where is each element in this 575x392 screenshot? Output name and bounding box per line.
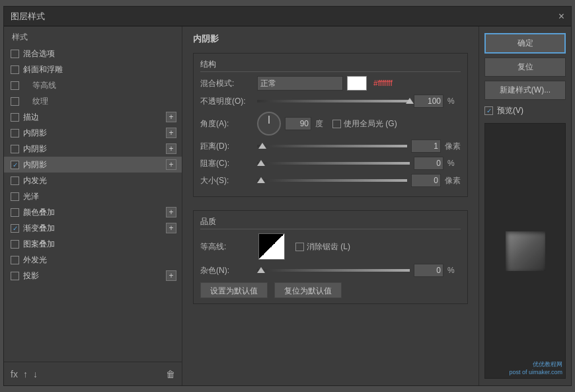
confirm-button[interactable]: 确定 — [484, 33, 566, 54]
anti-alias-label[interactable]: 消除锯齿 (L) — [295, 241, 350, 253]
structure-title: 结构 — [200, 59, 461, 72]
add-stroke-button[interactable]: + — [166, 112, 176, 122]
opacity-input[interactable] — [414, 95, 443, 108]
choke-label: 阻塞(C): — [200, 158, 253, 169]
checkbox-texture[interactable] — [11, 97, 19, 106]
left-panel: 样式 混合选项 斜面和浮雕 等高线 — [4, 26, 182, 385]
delete-icon[interactable]: 🗑 — [166, 369, 175, 379]
size-input[interactable] — [411, 174, 441, 187]
distance-slider-track[interactable] — [257, 145, 407, 147]
label-inner-shadow2: 内阴影 — [23, 143, 166, 155]
panel-header: 样式 — [4, 26, 182, 46]
checkbox-stroke[interactable] — [11, 113, 19, 122]
noise-unit: % — [447, 266, 461, 275]
center-panel: 内阴影 结构 混合模式: 正常 溶解 正片叠底 #fffffff — [182, 26, 479, 385]
checkbox-pattern-overlay[interactable] — [11, 240, 19, 249]
label-inner-glow: 内发光 — [23, 175, 176, 186]
add-drop-shadow-button[interactable]: + — [166, 270, 176, 281]
add-gradient-overlay-button[interactable]: + — [166, 223, 176, 233]
checkbox-contour[interactable] — [11, 81, 19, 90]
dialog-body: 样式 混合选项 斜面和浮雕 等高线 — [4, 26, 571, 385]
sidebar-item-inner-glow[interactable]: 内发光 — [4, 173, 182, 188]
checkbox-satin[interactable] — [11, 192, 19, 201]
label-pattern-overlay: 图案叠加 — [23, 239, 176, 250]
blend-mode-label: 混合模式: — [200, 78, 253, 89]
opacity-slider-track[interactable] — [257, 100, 410, 102]
sidebar-item-gradient-overlay[interactable]: 渐变叠加 + — [4, 220, 182, 236]
new-style-button[interactable]: 新建样式(W)... — [484, 81, 566, 100]
label-stroke: 描边 — [23, 112, 166, 123]
noise-input[interactable] — [414, 264, 443, 277]
label-bevel: 斜面和浮雕 — [23, 64, 176, 75]
sidebar-item-outer-glow[interactable]: 外发光 — [4, 252, 182, 268]
anti-alias-checkbox[interactable] — [295, 243, 304, 251]
contour-thumbnail[interactable] — [258, 233, 285, 260]
default-buttons: 设置为默认值 复位为默认值 — [200, 282, 461, 298]
move-up-icon[interactable]: ↑ — [23, 369, 28, 379]
choke-slider-track[interactable] — [257, 162, 410, 165]
move-down-icon[interactable]: ↓ — [33, 369, 38, 379]
close-button[interactable]: × — [558, 11, 564, 22]
distance-row: 距离(D): 像素 — [200, 139, 461, 153]
color-hex-label: #fffffff — [373, 79, 393, 88]
set-default-button[interactable]: 设置为默认值 — [200, 282, 268, 298]
fx-icon[interactable]: fx — [11, 369, 18, 379]
checkbox-drop-shadow[interactable] — [11, 272, 19, 280]
angle-dial[interactable] — [257, 112, 281, 136]
checkbox-bevel[interactable] — [11, 65, 19, 74]
noise-slider-thumb[interactable] — [257, 267, 265, 273]
checkbox-blending[interactable] — [11, 50, 19, 58]
blend-mode-row: 混合模式: 正常 溶解 正片叠底 #fffffff — [200, 76, 461, 91]
checkbox-gradient-overlay[interactable] — [11, 224, 19, 233]
add-color-overlay-button[interactable]: + — [166, 207, 176, 217]
sidebar-item-satin[interactable]: 光泽 — [4, 188, 182, 204]
add-inner-shadow2-button[interactable]: + — [166, 143, 176, 154]
global-light-checkbox[interactable] — [332, 120, 341, 128]
add-inner-shadow3-button[interactable]: + — [166, 159, 176, 170]
contour-label: 等高线: — [200, 241, 253, 253]
checkbox-inner-shadow1[interactable] — [11, 129, 19, 137]
sidebar-item-texture[interactable]: 纹理 — [4, 93, 182, 109]
label-gradient-overlay: 渐变叠加 — [23, 223, 166, 234]
sidebar-item-contour[interactable]: 等高线 — [4, 77, 182, 93]
sidebar-item-stroke[interactable]: 描边 + — [4, 109, 182, 125]
checkbox-color-overlay[interactable] — [11, 208, 19, 217]
checkbox-outer-glow[interactable] — [11, 256, 19, 264]
color-swatch[interactable] — [347, 76, 367, 91]
checkbox-inner-glow[interactable] — [11, 176, 19, 185]
opacity-slider-thumb[interactable] — [406, 98, 414, 104]
sidebar-item-drop-shadow[interactable]: 投影 + — [4, 268, 182, 284]
checkbox-inner-shadow3[interactable] — [11, 161, 19, 169]
size-row: 大小(S): 像素 — [200, 174, 461, 187]
choke-slider-thumb[interactable] — [257, 160, 265, 166]
noise-row: 杂色(N): % — [200, 264, 461, 277]
distance-slider-thumb[interactable] — [258, 143, 266, 149]
preview-checkbox[interactable] — [484, 106, 493, 115]
global-light-label[interactable]: 使用全局光 (G) — [332, 118, 397, 130]
size-label: 大小(S): — [200, 175, 253, 186]
choke-input[interactable] — [414, 157, 443, 170]
angle-input[interactable] — [285, 117, 311, 130]
reset-button[interactable]: 复位 — [484, 58, 566, 77]
blend-mode-select[interactable]: 正常 溶解 正片叠底 — [257, 76, 343, 91]
sidebar-item-blending[interactable]: 混合选项 — [4, 46, 182, 61]
sidebar-item-pattern-overlay[interactable]: 图案叠加 — [4, 236, 182, 252]
checkbox-inner-shadow2[interactable] — [11, 145, 19, 153]
size-slider-thumb[interactable] — [257, 177, 265, 183]
title-bar: 图层样式 × — [4, 7, 571, 26]
size-unit: 像素 — [445, 175, 461, 186]
sidebar-item-bevel[interactable]: 斜面和浮雕 — [4, 61, 182, 77]
preview-row: 预览(V) — [484, 105, 566, 116]
sidebar-item-inner-shadow2[interactable]: 内阴影 + — [4, 141, 182, 157]
reset-default-button[interactable]: 复位为默认值 — [274, 282, 342, 298]
noise-slider-track[interactable] — [257, 269, 410, 272]
sidebar-item-inner-shadow1[interactable]: 内阴影 + — [4, 125, 182, 141]
sidebar-item-color-overlay[interactable]: 颜色叠加 + — [4, 204, 182, 220]
panel-footer: fx ↑ ↓ 🗑 — [4, 362, 182, 385]
distance-slider-container: 像素 — [257, 139, 461, 153]
choke-unit: % — [447, 159, 461, 168]
sidebar-item-inner-shadow3[interactable]: 内阴影 + — [4, 157, 182, 173]
size-slider-track[interactable] — [257, 179, 407, 182]
distance-input[interactable] — [411, 139, 441, 153]
add-inner-shadow1-button[interactable]: + — [166, 128, 176, 138]
